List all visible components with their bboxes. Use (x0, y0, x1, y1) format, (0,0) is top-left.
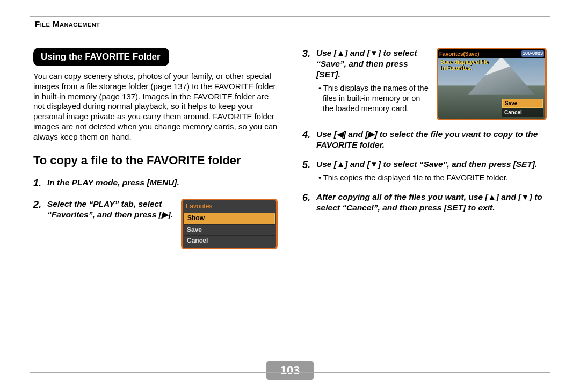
step-number: 5. (302, 159, 316, 171)
step-text: After copying all of the files you want,… (316, 192, 547, 213)
screen-options: Save Cancel (502, 98, 543, 117)
save-screen-screenshot: Favorites(Save) 100-0023 Save displayed … (437, 48, 547, 120)
menu-title: Favorites (184, 201, 275, 213)
step-text: Use [▲] and [▼] to select “Save”, and th… (316, 48, 417, 79)
left-column: Using the FAVORITE Folder You can copy s… (33, 40, 278, 258)
menu-item-cancel: Cancel (184, 235, 275, 246)
section-header: File Management (30, 16, 550, 31)
step-number: 1. (33, 177, 47, 190)
favorites-menu-screenshot: Favorites Show Save Cancel (181, 199, 278, 249)
menu-item-save: Save (184, 224, 275, 236)
footer-rule (30, 372, 550, 373)
step-1: 1. In the PLAY mode, press [MENU]. (33, 177, 278, 190)
steps-right: 3. Use [▲] and [▼] to select “Save”, and… (302, 48, 547, 214)
section-header-text: File Management (35, 19, 100, 28)
screen-file-id: 100-0023 (521, 50, 544, 57)
step-5: 5. Use [▲] and [▼] to select “Save”, and… (302, 159, 547, 183)
screen-topbar: Favorites(Save) 100-0023 (438, 49, 545, 58)
menu-item-show: Show (184, 213, 275, 224)
manual-page: File Management Using the FAVORITE Folde… (0, 0, 580, 392)
step-3: 3. Use [▲] and [▼] to select “Save”, and… (302, 48, 547, 120)
intro-paragraph: You can copy scenery shots, photos of yo… (33, 71, 278, 142)
step-number: 2. (33, 199, 47, 211)
screen-title: Favorites(Save) (439, 50, 479, 57)
screen-caption: Save displayed file in Favorites. (440, 59, 489, 71)
subheading: To copy a file to the FAVORITE folder (33, 154, 278, 168)
step-text: In the PLAY mode, press [MENU]. (47, 177, 278, 188)
steps-left: 1. In the PLAY mode, press [MENU]. 2. Se… (33, 177, 278, 249)
step-text: Use [◀] and [▶] to select the file you w… (316, 129, 547, 150)
step-4: 4. Use [◀] and [▶] to select the file yo… (302, 129, 547, 150)
step-number: 3. (302, 48, 316, 60)
step-number: 6. (302, 192, 316, 204)
step-number: 4. (302, 129, 316, 141)
step-note: • This displays the names of the files i… (316, 83, 432, 114)
page-number: 103 (280, 364, 300, 378)
page-number-badge: 103 (266, 361, 314, 380)
step-text: Use [▲] and [▼] to select “Save”, and th… (316, 159, 537, 169)
step-text: Select the “PLAY” tab, select “Favorites… (47, 199, 177, 220)
screen-option-cancel: Cancel (502, 108, 543, 117)
step-note: • This copies the displayed file to the … (316, 173, 547, 183)
right-column: 3. Use [▲] and [▼] to select “Save”, and… (302, 40, 547, 222)
step-2: 2. Select the “PLAY” tab, select “Favori… (33, 199, 278, 249)
section-title-chip: Using the FAVORITE Folder (33, 48, 169, 66)
screen-option-save: Save (502, 99, 543, 108)
step-6: 6. After copying all of the files you wa… (302, 192, 547, 213)
